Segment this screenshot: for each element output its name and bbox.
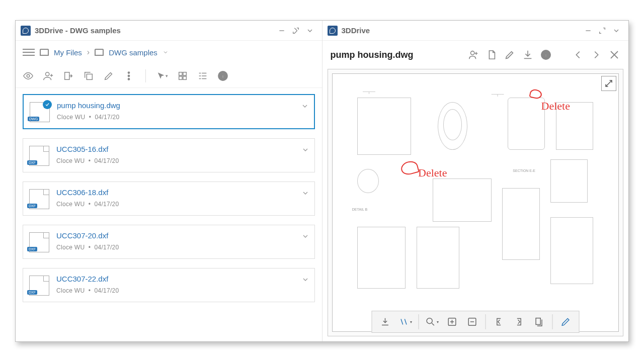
list-view-icon[interactable]: [197, 70, 208, 81]
document-icon[interactable]: [486, 49, 498, 61]
svg-rect-2: [87, 74, 92, 79]
svg-point-0: [27, 74, 30, 77]
svg-rect-9: [183, 76, 186, 79]
info-icon[interactable]: [540, 49, 552, 61]
file-card[interactable]: DWGpump housing.dwgCloce WU • 04/17/20: [23, 94, 315, 129]
folder-icon: [95, 49, 104, 56]
svg-point-13: [471, 51, 474, 55]
file-name: UCC305-16.dxf: [56, 145, 308, 154]
left-titlebar: 3DDrive - DWG samples: [16, 21, 322, 41]
measure-tool[interactable]: ▾: [396, 314, 414, 330]
prev-button[interactable]: [572, 49, 584, 61]
viewer-toolbar: ▾ ▾: [371, 311, 579, 333]
breadcrumb-root[interactable]: My Files: [54, 48, 82, 57]
collapse-button[interactable]: [609, 24, 623, 38]
add-user-icon[interactable]: [43, 70, 54, 81]
viewer-pane: 3DDrive pump housing.dwg: [323, 21, 629, 341]
edit-icon[interactable]: [504, 49, 516, 61]
info-icon[interactable]: [217, 70, 228, 81]
chevron-down-icon[interactable]: [163, 49, 169, 55]
file-name: UCC307-20.dxf: [56, 231, 308, 241]
export-icon[interactable]: [63, 70, 74, 81]
file-thumb: DXF: [29, 276, 49, 296]
download-icon[interactable]: [522, 49, 534, 61]
menu-icon[interactable]: [23, 49, 35, 56]
app-icon: [328, 26, 338, 36]
file-meta: Cloce WU • 04/17/20: [56, 201, 308, 208]
zoom-out-tool[interactable]: [463, 314, 481, 330]
svg-rect-6: [179, 72, 182, 75]
viewer-canvas[interactable]: ──┬── ──┬── DETAIL B SECTION E-E Delete …: [328, 69, 624, 336]
file-thumb: DXF: [29, 189, 49, 209]
svg-rect-12: [222, 73, 223, 74]
close-icon[interactable]: [608, 49, 620, 61]
svg-point-17: [427, 318, 432, 324]
breadcrumb-separator: ›: [87, 48, 90, 57]
zoom-in-tool[interactable]: [443, 314, 461, 330]
viewer-header: pump housing.dwg: [323, 41, 629, 69]
left-title: 3DDrive - DWG samples: [35, 26, 121, 35]
chevron-down-icon[interactable]: [301, 189, 309, 199]
file-browser-pane: 3DDrive - DWG samples My Files › DWG sam…: [16, 21, 323, 341]
breadcrumb-row: My Files › DWG samples: [16, 41, 322, 64]
file-thumb: DWG: [30, 102, 50, 122]
annotate-tool[interactable]: [556, 314, 575, 330]
select-icon[interactable]: ▾: [157, 70, 168, 81]
popout-button[interactable]: [289, 24, 303, 38]
next-button[interactable]: [590, 49, 602, 61]
file-name: pump housing.dwg: [57, 101, 308, 111]
minimize-button[interactable]: [275, 24, 289, 38]
file-toolbar: ▾: [16, 64, 322, 88]
svg-rect-7: [183, 72, 186, 75]
popout-button[interactable]: [595, 24, 609, 38]
edit-icon[interactable]: [103, 70, 114, 81]
file-card[interactable]: DXFUCC305-16.dxfCloce WU • 04/17/20: [23, 138, 315, 172]
file-card[interactable]: DXFUCC307-20.dxfCloce WU • 04/17/20: [23, 225, 315, 259]
file-list[interactable]: DWGpump housing.dwgCloce WU • 04/17/20DX…: [16, 88, 322, 341]
breadcrumb-current[interactable]: DWG samples: [109, 48, 157, 57]
file-meta: Cloce WU • 04/17/20: [56, 287, 308, 294]
file-thumb: DXF: [29, 146, 49, 166]
share-user-icon[interactable]: [467, 49, 479, 61]
next-sheet-tool[interactable]: [510, 314, 528, 330]
prev-sheet-tool[interactable]: [490, 314, 508, 330]
svg-rect-15: [545, 54, 546, 57]
drive-icon: [40, 49, 49, 56]
zoom-tool[interactable]: ▾: [423, 314, 441, 330]
file-name: UCC306-18.dxf: [56, 188, 308, 198]
preview-icon[interactable]: [23, 70, 34, 81]
svg-point-1: [46, 72, 49, 75]
file-meta: Cloce WU • 04/17/20: [56, 157, 308, 164]
svg-point-4: [128, 75, 129, 76]
chevron-down-icon[interactable]: [301, 102, 309, 112]
svg-point-3: [128, 71, 129, 73]
file-meta: Cloce WU • 04/17/20: [57, 114, 308, 121]
copy-icon[interactable]: [83, 70, 94, 81]
file-card[interactable]: DXFUCC306-18.dxfCloce WU • 04/17/20: [23, 182, 315, 216]
chevron-down-icon[interactable]: [301, 276, 309, 286]
app-icon: [21, 26, 31, 36]
svg-rect-20: [536, 318, 540, 325]
file-meta: Cloce WU • 04/17/20: [56, 244, 308, 251]
chevron-down-icon[interactable]: [301, 232, 309, 242]
svg-rect-8: [179, 76, 182, 79]
right-title: 3DDrive: [342, 26, 370, 35]
svg-rect-16: [545, 52, 546, 53]
download-tool[interactable]: [376, 314, 394, 330]
file-card[interactable]: DXFUCC307-22.dxfCloce WU • 04/17/20: [23, 268, 315, 302]
chevron-down-icon[interactable]: [301, 146, 309, 156]
collapse-button[interactable]: [303, 24, 317, 38]
svg-point-5: [128, 78, 129, 79]
sheets-tool[interactable]: [530, 314, 548, 330]
svg-rect-11: [222, 75, 223, 78]
drawing-content: ──┬── ──┬── DETAIL B SECTION E-E: [342, 83, 610, 322]
file-name: UCC307-22.dxf: [56, 275, 308, 284]
viewer-filename: pump housing.dwg: [331, 50, 462, 60]
grid-view-icon[interactable]: [177, 70, 188, 81]
right-titlebar: 3DDrive: [323, 21, 629, 41]
minimize-button[interactable]: [581, 24, 595, 38]
file-thumb: DXF: [29, 232, 49, 252]
more-icon[interactable]: [123, 70, 134, 81]
